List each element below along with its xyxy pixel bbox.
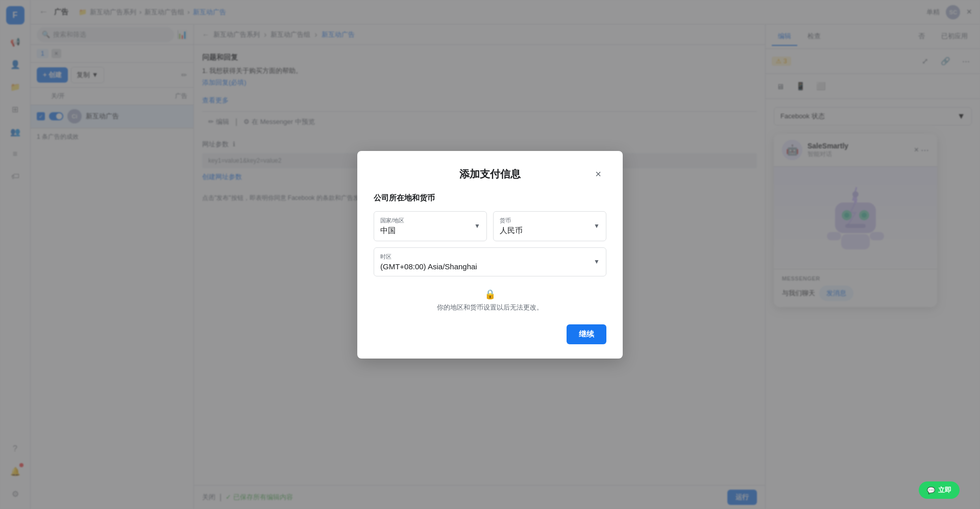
timezone-field: 时区 (GMT+08:00) Asia/Shanghai ▼	[374, 247, 606, 276]
timezone-label: 时区	[380, 253, 391, 261]
currency-field: 货币 人民币 ▼	[493, 211, 606, 241]
chat-fab-label: 立即	[938, 486, 951, 495]
chat-fab-icon: 💬	[927, 487, 935, 494]
country-arrow-icon: ▼	[474, 222, 480, 230]
country-label: 国家/地区	[380, 217, 404, 224]
currency-arrow-icon: ▼	[594, 222, 600, 230]
country-value: 中国	[380, 226, 468, 236]
section-title: 公司所在地和货币	[374, 193, 606, 203]
chat-fab[interactable]: 💬 立即	[919, 481, 960, 499]
modal-footer: 继续	[374, 324, 606, 344]
timezone-select[interactable]: 时区 (GMT+08:00) Asia/Shanghai ▼	[374, 247, 606, 276]
lock-notice: 🔒 你的地区和货币设置以后无法更改。	[374, 289, 606, 312]
lock-icon: 🔒	[484, 289, 496, 300]
lock-notice-text: 你的地区和货币设置以后无法更改。	[437, 303, 543, 312]
currency-value: 人民币	[500, 226, 587, 236]
modal-close-button[interactable]: ×	[590, 166, 606, 182]
timezone-value: (GMT+08:00) Asia/Shanghai	[380, 262, 587, 271]
modal-header: 添加支付信息 ×	[374, 167, 606, 181]
currency-select[interactable]: 货币 人民币 ▼	[493, 211, 606, 241]
timezone-arrow-icon: ▼	[594, 258, 600, 265]
add-payment-modal: 添加支付信息 × 公司所在地和货币 国家/地区 中国 ▼ 货币 人民币 ▼	[357, 151, 623, 359]
form-row-country-currency: 国家/地区 中国 ▼ 货币 人民币 ▼	[374, 211, 606, 241]
modal-title: 添加支付信息	[459, 167, 521, 181]
continue-button[interactable]: 继续	[567, 324, 606, 344]
modal-backdrop: 添加支付信息 × 公司所在地和货币 国家/地区 中国 ▼ 货币 人民币 ▼	[0, 0, 980, 509]
country-field: 国家/地区 中国 ▼	[374, 211, 487, 241]
country-select[interactable]: 国家/地区 中国 ▼	[374, 211, 487, 241]
currency-label: 货币	[500, 217, 511, 224]
form-row-timezone: 时区 (GMT+08:00) Asia/Shanghai ▼	[374, 247, 606, 276]
